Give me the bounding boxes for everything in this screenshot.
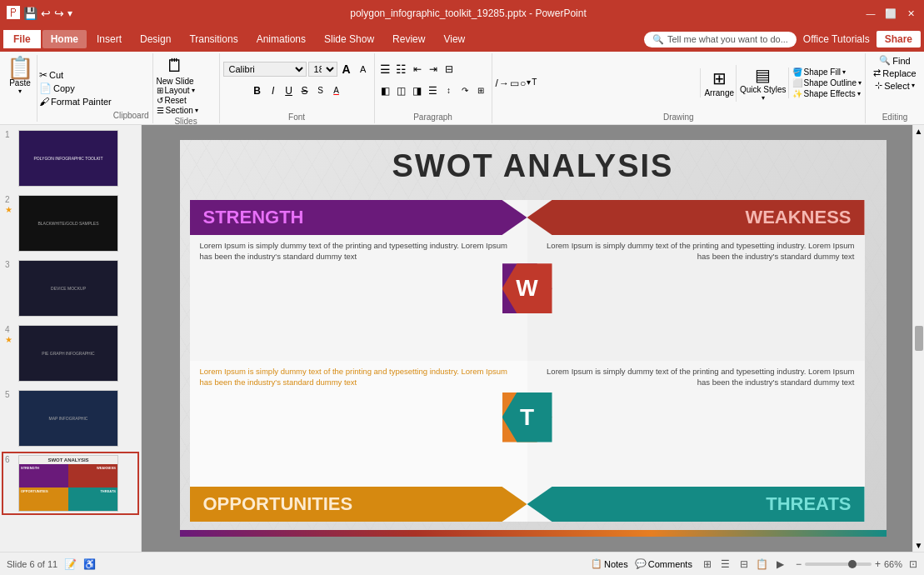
section-button[interactable]: ☰ Section ▾ <box>157 106 216 115</box>
insert-menu[interactable]: Insert <box>88 30 130 48</box>
font-color-button[interactable]: A <box>329 83 344 98</box>
animations-menu[interactable]: Animations <box>248 30 314 48</box>
title-bar-left: 🅿 💾 ↩ ↪ ▾ <box>7 6 72 21</box>
redo-icon[interactable]: ↪ <box>54 7 64 20</box>
shape-line[interactable]: / <box>496 78 498 89</box>
slide-item-6[interactable]: 6 SWOT ANALYSIS STRENGTH WEAKNESS OPPORT… <box>3 453 137 513</box>
reading-view-button[interactable]: ▶ <box>772 556 789 572</box>
save-icon[interactable]: 💾 <box>23 7 37 20</box>
slide-thumb-5[interactable]: MAP INFOGRAPHIC <box>18 390 118 447</box>
new-slide-button[interactable]: 🗒 New Slide <box>157 55 194 86</box>
zoom-in-button[interactable]: + <box>875 558 881 570</box>
layout-dropdown[interactable]: ▾ <box>192 87 195 94</box>
shape-oval[interactable]: ○ <box>520 78 526 89</box>
reset-button[interactable]: ↺ Reset <box>157 96 216 105</box>
minimize-btn[interactable]: — <box>864 7 877 20</box>
format-painter-button[interactable]: 🖌 Format Painter <box>39 96 112 108</box>
slide-thumb-4[interactable]: PIE GRAPH INFOGRAPHIC <box>18 325 118 382</box>
font-size-select[interactable]: 18 <box>308 62 337 77</box>
shrink-font-button[interactable]: A <box>356 62 371 77</box>
outline-view-button[interactable]: ☰ <box>717 556 734 572</box>
smart-art-button[interactable]: ⊞ <box>473 83 488 98</box>
shadow-button[interactable]: S <box>313 83 328 98</box>
slide-item-2[interactable]: 2 ★ BLACKWHITE/GOLD SAMPLES <box>3 193 137 253</box>
align-center-button[interactable]: ◫ <box>394 83 409 98</box>
shape-fill-dropdown[interactable]: ▾ <box>842 68 846 76</box>
normal-view-button[interactable]: ⊞ <box>699 556 716 572</box>
restore-btn[interactable]: ⬜ <box>884 7 897 20</box>
notes-button[interactable]: 📋 Notes <box>591 558 628 569</box>
scroll-up-button[interactable]: ▲ <box>915 127 923 136</box>
slide-sorter-button[interactable]: ⊟ <box>736 556 752 572</box>
increase-indent-button[interactable]: ⇥ <box>426 62 441 77</box>
underline-button[interactable]: U <box>282 83 297 98</box>
bullets-button[interactable]: ☰ <box>378 62 393 77</box>
section-dropdown[interactable]: ▾ <box>195 107 198 114</box>
layout-button[interactable]: ⊞ Layout ▾ <box>157 86 216 95</box>
slide-thumb-1[interactable]: POLYGON INFOGRAPHIC TOOLKIT <box>18 130 118 187</box>
find-button[interactable]: 🔍 Find <box>879 55 910 66</box>
paste-dropdown[interactable]: ▾ <box>18 88 22 95</box>
align-left-button[interactable]: ◧ <box>378 83 393 98</box>
design-menu[interactable]: Design <box>132 30 179 48</box>
shape-effects-button[interactable]: ✨ Shape Effects ▾ <box>792 89 862 98</box>
select-button[interactable]: ⊹ Select ▾ <box>875 80 915 91</box>
align-right-button[interactable]: ◨ <box>410 83 425 98</box>
transitions-menu[interactable]: Transitions <box>181 30 246 48</box>
fit-to-window-button[interactable]: ⊡ <box>909 558 917 570</box>
shape-fill-button[interactable]: 🪣 Shape Fill ▾ <box>792 68 862 77</box>
paste-button[interactable]: 📋 Paste ▾ <box>3 55 37 122</box>
quick-styles-dropdown[interactable]: ▾ <box>762 94 765 102</box>
text-direction-button[interactable]: ↷ <box>457 83 472 98</box>
shape-effects-dropdown[interactable]: ▾ <box>857 90 861 98</box>
shape-arrow[interactable]: → <box>499 78 509 89</box>
comments-button[interactable]: 💬 Comments <box>635 558 692 569</box>
slideshow-menu[interactable]: Slide Show <box>316 30 382 48</box>
line-spacing-button[interactable]: ↕ <box>442 83 457 98</box>
slide-thumb-6[interactable]: SWOT ANALYSIS STRENGTH WEAKNESS OPPORTUN… <box>18 455 118 512</box>
scroll-thumb[interactable] <box>915 326 923 351</box>
bold-button[interactable]: B <box>250 83 265 98</box>
slide-item-1[interactable]: 1 POLYGON INFOGRAPHIC TOOLKIT <box>3 128 137 188</box>
share-button[interactable]: Share <box>877 31 921 48</box>
shape-outline-button[interactable]: ⬜ Shape Outline ▾ <box>792 78 862 88</box>
replace-button[interactable]: ⇄ Replace <box>873 68 916 78</box>
italic-button[interactable]: I <box>266 83 281 98</box>
decrease-indent-button[interactable]: ⇤ <box>410 62 425 77</box>
select-label: Select <box>884 81 910 91</box>
font-family-select[interactable]: Calibri <box>223 62 307 77</box>
view-menu[interactable]: View <box>435 30 473 48</box>
undo-icon[interactable]: ↩ <box>41 7 51 20</box>
tell-me-label: Tell me what you want to do... <box>667 34 788 44</box>
quick-styles-button[interactable]: ▤ Quick Styles ▾ <box>736 65 787 102</box>
office-tutorials-link[interactable]: Office Tutorials <box>803 33 870 45</box>
slide-thumb-2[interactable]: BLACKWHITE/GOLD SAMPLES <box>18 195 118 252</box>
shape-outline-dropdown[interactable]: ▾ <box>858 79 862 87</box>
slide-thumb-3[interactable]: DEVICE MOCKUP <box>18 260 118 317</box>
tell-me-input[interactable]: 🔍 Tell me what you want to do... <box>644 32 797 48</box>
slide-item-4[interactable]: 4 ★ PIE GRAPH INFOGRAPHIC <box>3 323 137 383</box>
columns-button[interactable]: ⊟ <box>442 62 457 77</box>
numbering-button[interactable]: ☷ <box>394 62 409 77</box>
shape-textbox[interactable]: T <box>532 78 537 89</box>
shape-rect[interactable]: ▭ <box>510 78 519 89</box>
slide-item-3[interactable]: 3 DEVICE MOCKUP <box>3 258 137 318</box>
zoom-out-button[interactable]: − <box>796 558 802 570</box>
justify-button[interactable]: ☰ <box>426 83 441 98</box>
copy-button[interactable]: 📄 Copy <box>39 82 112 94</box>
file-menu[interactable]: File <box>3 30 41 48</box>
zoom-slider[interactable] <box>805 562 872 566</box>
strikethrough-button[interactable]: S <box>297 83 312 98</box>
notes-view-button[interactable]: 📋 <box>754 556 771 572</box>
home-menu[interactable]: Home <box>42 30 87 48</box>
select-dropdown[interactable]: ▾ <box>912 82 915 89</box>
slide-item-5[interactable]: 5 MAP INFOGRAPHIC <box>3 388 137 448</box>
arrange-button[interactable]: ⊞ Arrange <box>700 68 734 98</box>
shape-more[interactable]: ▾ <box>527 78 531 89</box>
cut-button[interactable]: ✂ Cut <box>39 69 112 81</box>
scroll-down-button[interactable]: ▼ <box>915 541 923 550</box>
close-btn[interactable]: ✕ <box>904 7 917 20</box>
grow-font-button[interactable]: A <box>339 62 354 77</box>
review-menu[interactable]: Review <box>384 30 433 48</box>
zoom-thumb[interactable] <box>848 560 857 568</box>
